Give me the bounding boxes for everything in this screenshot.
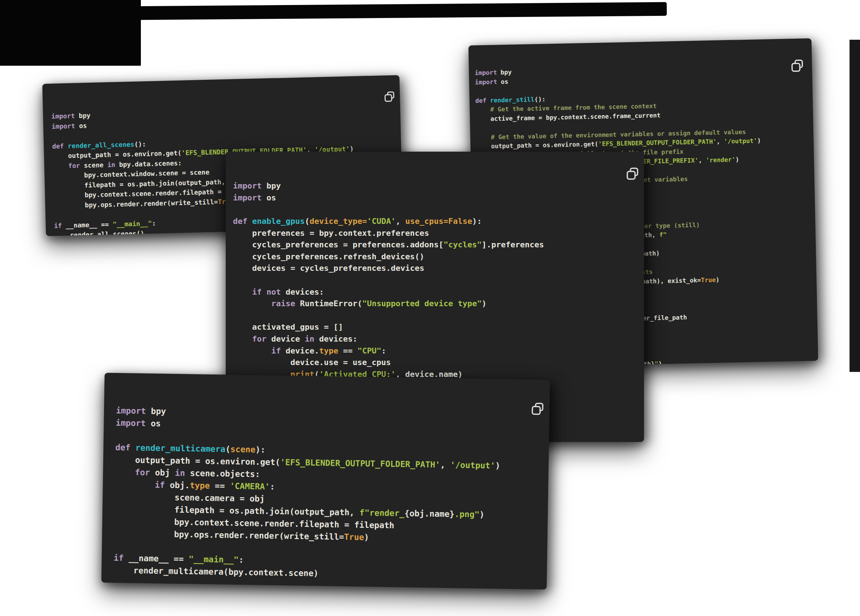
code-line: device.use = use_cpus (233, 357, 641, 369)
black-right-strip (849, 40, 860, 372)
copy-icon (530, 402, 545, 416)
copy-button[interactable] (790, 48, 804, 62)
code-line: if device.type == "CPU": (233, 345, 641, 357)
copy-button[interactable] (383, 80, 395, 92)
code-line: for device in devices: (233, 333, 641, 345)
copy-icon (790, 59, 804, 73)
code-line (233, 204, 641, 216)
code-line: import bpy (233, 180, 641, 192)
copy-icon (384, 91, 395, 103)
code-line: if not devices: (233, 286, 641, 298)
code-line: def enable_gpus(device_type='CUDA', use_… (233, 216, 641, 227)
copy-button[interactable] (530, 391, 545, 405)
code-line: import os (233, 192, 641, 204)
code-line: cycles_preferences = preferences.addons[… (233, 239, 641, 251)
copy-button[interactable] (626, 156, 639, 170)
code-line (233, 310, 641, 322)
code-line: raise RuntimeError("Unsupported device t… (233, 298, 641, 310)
code-line: activated_gpus = [] (233, 321, 641, 333)
code-card-render-multicamera: import bpyimport os def render_multicame… (102, 373, 550, 589)
code-block: import bpyimport os def render_multicame… (113, 404, 546, 583)
code-block: import bpyimport os def enable_gpus(devi… (233, 180, 641, 404)
code-line: preferences = bpy.context.preferences (233, 227, 641, 240)
code-line: devices = cycles_preferences.devices (233, 262, 641, 274)
code-line: cycles_preferences.refresh_devices() (233, 251, 641, 263)
copy-icon (626, 167, 639, 180)
code-line (233, 274, 641, 286)
